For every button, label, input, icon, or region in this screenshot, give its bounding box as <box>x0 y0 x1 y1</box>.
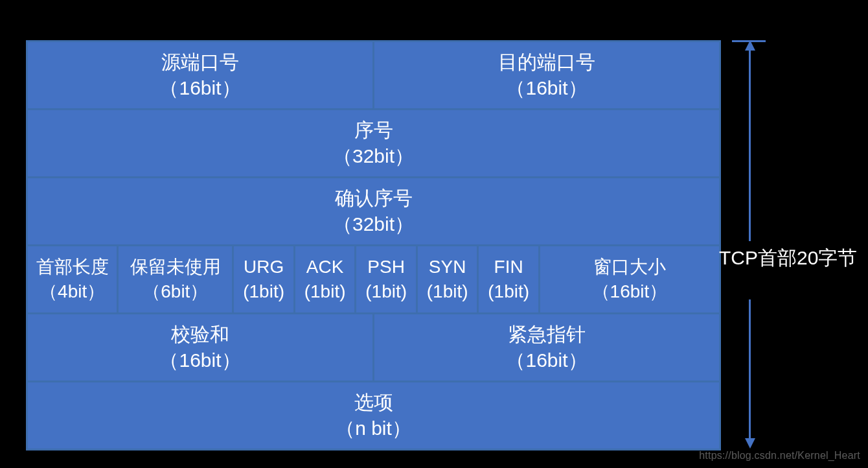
header-row: 源端口号（16bit）目的端口号（16bit） <box>28 42 721 110</box>
field-bits: (1bit) <box>243 279 284 304</box>
header-field: URG(1bit) <box>234 246 295 314</box>
field-label: SYN <box>429 255 466 279</box>
field-label: URG <box>244 255 284 279</box>
header-row: 序号（32bit） <box>28 110 721 178</box>
field-bits: (1bit) <box>304 279 346 304</box>
field-label: 源端口号 <box>161 49 239 76</box>
header-field: 选项（n bit） <box>28 382 721 450</box>
field-label: PSH <box>367 255 405 279</box>
header-field: 保留未使用（6bit） <box>119 246 234 314</box>
header-row: 首部长度（4bit）保留未使用（6bit）URG(1bit)ACK(1bit)P… <box>28 246 721 314</box>
header-field: 首部长度（4bit） <box>28 246 119 314</box>
header-row: 选项（n bit） <box>28 382 721 450</box>
header-field: 确认序号（32bit） <box>28 178 721 246</box>
field-label: ACK <box>306 255 344 279</box>
field-label: 确认序号 <box>335 185 413 212</box>
field-bits: （16bit） <box>159 347 240 374</box>
header-field: FIN(1bit) <box>479 246 540 314</box>
header-field: 紧急指针（16bit） <box>374 314 721 382</box>
field-bits: （16bit） <box>159 75 240 102</box>
field-label: 保留未使用 <box>130 255 221 279</box>
field-bits: （32bit） <box>333 143 414 170</box>
bracket-label: TCP首部20字节 <box>719 245 862 272</box>
header-field: ACK(1bit) <box>295 246 357 314</box>
field-label: 目的端口号 <box>498 49 595 76</box>
field-label: 窗口大小 <box>593 255 666 279</box>
field-label: FIN <box>494 255 523 279</box>
field-bits: （n bit） <box>336 415 411 442</box>
field-bits: （16bit） <box>592 279 668 304</box>
field-label: 选项 <box>354 390 393 416</box>
header-field: 校验和（16bit） <box>28 314 374 382</box>
field-bits: （6bit） <box>143 279 208 304</box>
field-bits: （16bit） <box>506 347 587 374</box>
header-field: 窗口大小（16bit） <box>540 246 721 314</box>
header-field: 序号（32bit） <box>28 110 721 178</box>
header-field: PSH(1bit) <box>356 246 418 314</box>
field-bits: (1bit) <box>365 279 407 304</box>
tcp-header-table: 源端口号（16bit）目的端口号（16bit）序号（32bit）确认序号（32b… <box>26 40 721 450</box>
field-bits: （4bit） <box>40 279 105 304</box>
field-label: 首部长度 <box>36 255 109 279</box>
watermark: https://blog.csdn.net/Kernel_Heart <box>699 450 860 462</box>
field-label: 校验和 <box>171 322 229 348</box>
header-field: SYN(1bit) <box>418 246 479 314</box>
field-label: 序号 <box>354 117 393 144</box>
header-field: 源端口号（16bit） <box>28 42 374 110</box>
field-bits: (1bit) <box>488 279 529 304</box>
header-field: 目的端口号（16bit） <box>374 42 721 110</box>
field-bits: （32bit） <box>333 211 414 238</box>
header-row: 确认序号（32bit） <box>28 178 721 246</box>
field-label: 紧急指针 <box>508 322 586 348</box>
header-row: 校验和（16bit）紧急指针（16bit） <box>28 314 721 382</box>
field-bits: (1bit) <box>427 279 468 304</box>
bracket-arrow: TCP首部20字节 <box>732 40 849 449</box>
field-bits: （16bit） <box>506 75 587 102</box>
